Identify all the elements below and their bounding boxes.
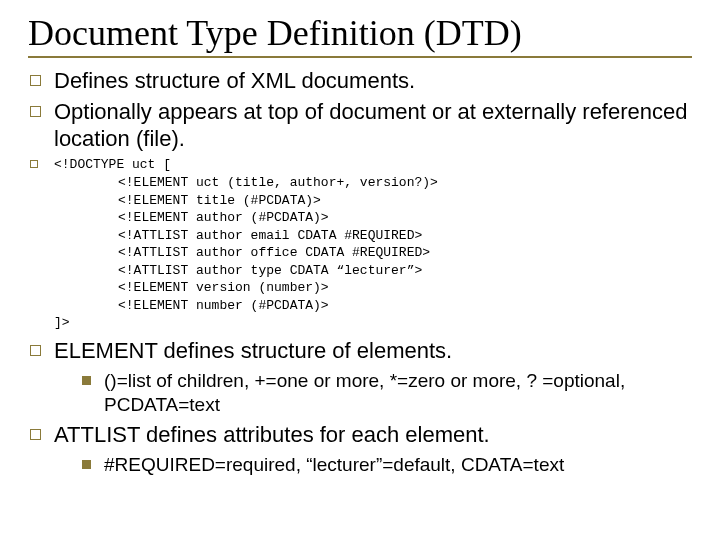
code-line: <!ATTLIST author email CDATA #REQUIRED>: [54, 227, 692, 245]
bullet-text: ATTLIST defines attributes for each elem…: [54, 422, 490, 447]
bullet-item: ELEMENT defines structure of elements. (…: [28, 338, 692, 416]
bullet-text: ELEMENT defines structure of elements.: [54, 338, 452, 363]
bullet-text: Defines structure of XML documents.: [54, 68, 415, 93]
code-line: <!ELEMENT title (#PCDATA)>: [54, 192, 692, 210]
bullet-item-code: <!DOCTYPE uct [ <!ELEMENT uct (title, au…: [28, 156, 692, 331]
square-bullet-icon: [30, 160, 38, 168]
square-bullet-icon: [30, 75, 41, 86]
square-bullet-icon: [30, 345, 41, 356]
code-line: <!DOCTYPE uct [: [54, 157, 171, 172]
code-line: <!ATTLIST author office CDATA #REQUIRED>: [54, 244, 692, 262]
square-bullet-filled-icon: [82, 376, 91, 385]
code-line: <!ELEMENT uct (title, author+, version?)…: [54, 174, 692, 192]
bullet-item: ATTLIST defines attributes for each elem…: [28, 422, 692, 477]
bullet-text: Optionally appears at top of document or…: [54, 99, 687, 151]
bullet-list: Defines structure of XML documents. Opti…: [28, 68, 692, 477]
slide: Document Type Definition (DTD) Defines s…: [0, 0, 720, 495]
square-bullet-icon: [30, 106, 41, 117]
sub-bullet-text: #REQUIRED=required, “lecturer”=default, …: [104, 454, 564, 475]
sub-bullet-list: ()=list of children, +=one or more, *=ze…: [54, 369, 692, 417]
bullet-item: Optionally appears at top of document or…: [28, 99, 692, 153]
code-block: <!DOCTYPE uct [ <!ELEMENT uct (title, au…: [54, 156, 692, 331]
square-bullet-filled-icon: [82, 460, 91, 469]
sub-bullet-list: #REQUIRED=required, “lecturer”=default, …: [54, 453, 692, 477]
code-line: <!ATTLIST author type CDATA “lecturer”>: [54, 262, 692, 280]
bullet-item: Defines structure of XML documents.: [28, 68, 692, 95]
code-line: <!ELEMENT author (#PCDATA)>: [54, 209, 692, 227]
square-bullet-icon: [30, 429, 41, 440]
sub-bullet-item: #REQUIRED=required, “lecturer”=default, …: [54, 453, 692, 477]
code-line: <!ELEMENT number (#PCDATA)>: [54, 297, 692, 315]
sub-bullet-text: ()=list of children, +=one or more, *=ze…: [104, 370, 625, 415]
code-line: <!ELEMENT version (number)>: [54, 279, 692, 297]
slide-title: Document Type Definition (DTD): [28, 12, 692, 58]
code-line: ]>: [54, 315, 70, 330]
sub-bullet-item: ()=list of children, +=one or more, *=ze…: [54, 369, 692, 417]
